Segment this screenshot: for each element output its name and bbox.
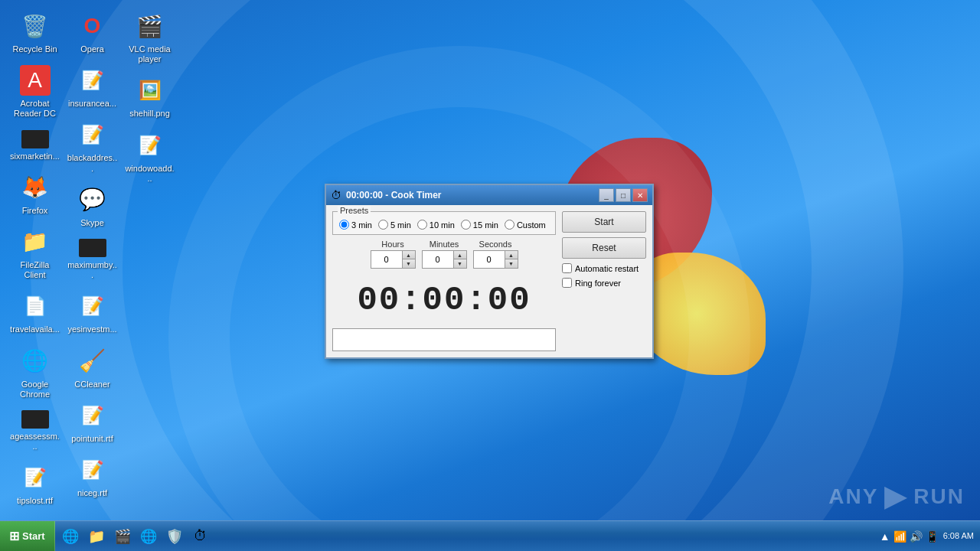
desktop-icon-tipslost[interactable]: 📝 tipslost.rtf <box>6 458 64 510</box>
seconds-spin-buttons: ▲ ▼ <box>505 251 518 268</box>
skype-label: Skype <box>80 218 104 228</box>
anyrun-play-icon: ▶ <box>884 481 907 513</box>
pointunit-label: pointunit.rtf <box>71 434 113 444</box>
hours-spin-down[interactable]: ▼ <box>403 259 415 268</box>
ageassessm-label: ageassessm... <box>9 432 60 452</box>
preset-10min[interactable]: 10 min <box>417 220 455 230</box>
taskbar-shield-icon[interactable]: 🛡️ <box>162 524 187 549</box>
recycle-bin-icon: 🗑️ <box>20 11 51 41</box>
desktop-icon-yesinvestm[interactable]: 📝 yesinvestm... <box>64 286 121 339</box>
minutes-spin-down[interactable]: ▼ <box>454 259 466 268</box>
sixmarketing-label: sixmarketin... <box>10 152 60 161</box>
desktop-icon-ccleaner[interactable]: 🧹 CCleaner <box>64 341 121 394</box>
ccleaner-icon: 🧹 <box>77 346 108 377</box>
ring-forever-checkbox[interactable] <box>562 278 572 288</box>
seconds-spin-up[interactable]: ▲ <box>505 251 518 259</box>
reset-button[interactable]: Reset <box>562 237 646 259</box>
shehill-label: shehill.png <box>129 109 170 119</box>
desktop-icon-sixmarketing[interactable]: sixmarketin... <box>6 126 64 166</box>
insurancea-icon: 📝 <box>77 65 108 96</box>
preset-5min[interactable]: 5 min <box>378 220 411 230</box>
systray-arrow-icon[interactable]: ▲ <box>880 530 890 543</box>
systray-network-icon[interactable]: 📶 <box>893 530 906 543</box>
desktop-icon-pointunit[interactable]: 📝 pointunit.rtf <box>64 396 121 448</box>
preset-15min-radio[interactable] <box>461 220 471 230</box>
desktop-icon-recycle-bin[interactable]: 🗑️ Recycle Bin <box>6 6 64 59</box>
seconds-spin-down[interactable]: ▼ <box>505 259 518 268</box>
preset-15min-label: 15 min <box>473 220 498 230</box>
desktop-icons-area: 🗑️ Recycle Bin A AcrobatReader DC sixmar… <box>0 0 185 520</box>
acrobat-icon: A <box>20 65 51 96</box>
minutes-input[interactable] <box>423 251 453 268</box>
preset-custom-radio[interactable] <box>505 220 514 230</box>
taskbar-chrome-icon[interactable]: 🌐 <box>136 524 161 549</box>
presets-group: Presets 3 min 5 min 10 min <box>332 211 556 235</box>
minutes-label: Minutes <box>430 240 459 249</box>
desktop-icon-blackaddres[interactable]: 📝 blackaddres... <box>64 115 121 178</box>
desktop-icon-insurancea[interactable]: 📝 insurancea... <box>64 60 121 113</box>
desktop-icon-skype[interactable]: 💬 Skype <box>64 180 121 233</box>
desktop-icon-opera[interactable]: O Opera <box>64 6 121 59</box>
start-menu-button[interactable]: ⊞ Start <box>0 521 55 551</box>
close-button[interactable]: ✕ <box>632 188 648 202</box>
progress-area <box>332 328 556 351</box>
maximize-button[interactable]: □ <box>616 188 631 202</box>
hours-spin-up[interactable]: ▲ <box>403 251 415 259</box>
firefox-icon: 🦊 <box>20 172 51 203</box>
start-button[interactable]: Start <box>562 211 646 233</box>
desktop-icon-ageassessm[interactable]: ageassessm... <box>6 406 64 456</box>
window-titlebar[interactable]: ⏱ 00:00:00 - Cook Timer _ □ ✕ <box>326 185 652 205</box>
ring-forever-option[interactable]: Ring forever <box>562 278 646 288</box>
desktop-icon-acrobat[interactable]: A AcrobatReader DC <box>6 60 64 123</box>
preset-5min-label: 5 min <box>390 220 411 230</box>
hours-input[interactable] <box>371 251 402 268</box>
taskbar-media-icon[interactable]: 🎬 <box>110 524 135 549</box>
windowoadd-icon: 📝 <box>135 130 165 161</box>
desktop-icon-shehill[interactable]: 🖼️ shehill.png <box>121 70 178 123</box>
anyrun-any-text: ANY <box>828 484 878 509</box>
window-body: Presets 3 min 5 min 10 min <box>326 205 652 357</box>
desktop-icon-chrome[interactable]: 🌐 Google Chrome <box>6 341 64 404</box>
auto-restart-option[interactable]: Automatic restart <box>562 263 646 273</box>
seconds-input[interactable] <box>474 251 505 268</box>
preset-15min[interactable]: 15 min <box>461 220 498 230</box>
titlebar-buttons: _ □ ✕ <box>599 188 648 202</box>
blackaddres-label: blackaddres... <box>67 153 118 173</box>
travelavail-label: travelavaila... <box>10 324 60 334</box>
taskbar-explorer-icon[interactable]: 📁 <box>84 524 109 549</box>
desktop-icon-niceg[interactable]: 📝 niceg.rtf <box>64 450 121 503</box>
left-panel: Presets 3 min 5 min 10 min <box>332 211 556 351</box>
desktop-icon-maximumby[interactable]: maximumby... <box>64 234 121 285</box>
preset-custom-label: Custom <box>517 220 546 230</box>
taskbar-clock-icon[interactable]: ⏱ <box>188 524 213 549</box>
system-clock[interactable]: 6:08 AM <box>943 530 974 542</box>
systray-volume-icon[interactable]: 🔊 <box>910 530 923 543</box>
taskbar: ⊞ Start 🌐 📁 🎬 🌐 🛡️ ⏱ ▲ 📶 🔊 📱 6:08 AM <box>0 520 980 551</box>
chrome-icon: 🌐 <box>20 346 51 377</box>
yesinvestm-label: yesinvestm... <box>67 324 116 334</box>
cook-timer-window: ⏱ 00:00:00 - Cook Timer _ □ ✕ Presets 3 … <box>325 184 654 359</box>
taskbar-ie-icon[interactable]: 🌐 <box>58 524 83 549</box>
minutes-spin-up[interactable]: ▲ <box>454 251 466 259</box>
minimize-button[interactable]: _ <box>599 188 614 202</box>
filezilla-icon: 📁 <box>20 227 51 257</box>
preset-10min-radio[interactable] <box>417 220 427 230</box>
desktop-icon-firefox[interactable]: 🦊 Firefox <box>6 168 64 220</box>
preset-3min[interactable]: 3 min <box>339 220 372 230</box>
vlc-label: VLC media player <box>124 44 175 64</box>
auto-restart-checkbox[interactable] <box>562 263 572 273</box>
recycle-bin-label: Recycle Bin <box>12 44 57 54</box>
desktop-icon-travelavail[interactable]: 📄 travelavaila... <box>6 286 64 339</box>
yesinvestm-icon: 📝 <box>77 291 108 321</box>
ageassessm-icon <box>21 410 49 429</box>
desktop-icon-vlc[interactable]: 🎬 VLC media player <box>121 6 178 69</box>
preset-3min-radio[interactable] <box>339 220 349 230</box>
preset-custom[interactable]: Custom <box>505 220 546 230</box>
window-title: 00:00:00 - Cook Timer <box>346 190 599 201</box>
desktop-icon-filezilla[interactable]: 📁 FileZilla Client <box>6 222 64 285</box>
preset-5min-radio[interactable] <box>378 220 388 230</box>
skype-icon: 💬 <box>77 184 108 215</box>
timer-app-icon: ⏱ <box>331 189 341 201</box>
systray-device-icon[interactable]: 📱 <box>926 530 939 543</box>
desktop-icon-windowoadd[interactable]: 📝 windowoadd... <box>121 126 178 188</box>
